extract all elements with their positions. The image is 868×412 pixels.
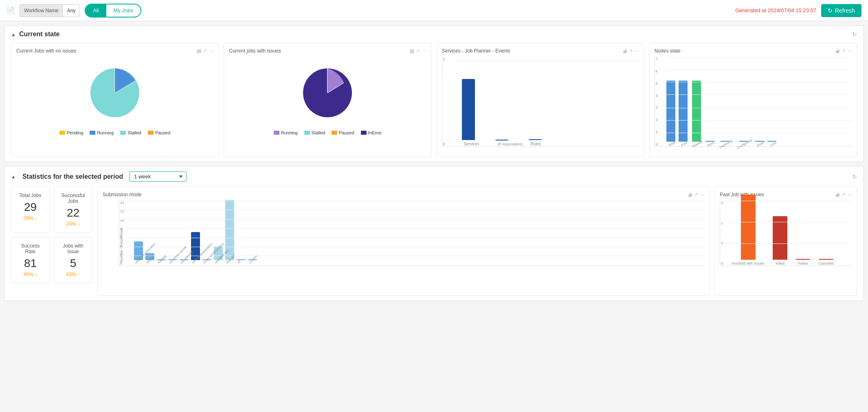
pie-icon3[interactable]: ◕ bbox=[688, 192, 692, 197]
legend-paused2: Paused bbox=[332, 130, 354, 135]
submission-y-labels: 14 12 10 8 6 4 2 0 bbox=[120, 201, 124, 265]
sub-bar-event-orchestration: event-orchestration bbox=[202, 259, 211, 265]
submission-card-title: Submission mode ◕ ↗ → bbox=[103, 192, 704, 197]
free-label: Free bbox=[680, 141, 688, 147]
nodes-bar-deploying: Deploying bbox=[718, 141, 732, 146]
with-issues-card-title: Current jobs with issues ▩ ↗ → bbox=[229, 48, 426, 54]
events-card-icons: ◕ ↗ → bbox=[623, 48, 639, 54]
events-card: Services - Job Planner - Events ◕ ↗ → 1 … bbox=[437, 43, 644, 157]
with-issues-legend: Running Stalled Paused InError bbox=[274, 130, 382, 135]
legend-running2: Running bbox=[274, 130, 298, 135]
past-jobs-y-labels: 3 2 1 0 bbox=[721, 201, 723, 265]
paused-dot2 bbox=[332, 131, 337, 135]
nodes-bar-lost: Lost bbox=[767, 141, 776, 146]
total-jobs-change: 28% ↓ bbox=[16, 215, 44, 221]
nodes-bar-needed: Needed bbox=[691, 81, 702, 146]
menu-icon6[interactable]: → bbox=[847, 192, 852, 197]
refresh-icon: ↻ bbox=[828, 7, 833, 14]
nodes-bar-configuring: Configuring bbox=[735, 141, 752, 146]
nodes-card: Nodes state ◕ ↗ → 7 6 5 4 3 2 1 bbox=[649, 43, 857, 157]
menu-icon2[interactable]: → bbox=[422, 48, 426, 54]
section-actions: ↻ bbox=[852, 31, 857, 37]
nodes-card-title: Nodes state ◕ ↗ → bbox=[655, 48, 852, 54]
success-rate-label: Success Rate bbox=[16, 243, 44, 254]
sub-bar-rest-api: rest-api bbox=[225, 200, 234, 265]
top-bar: 📄 Workflow Name Any All My Jobs Generate… bbox=[0, 0, 868, 21]
past-bar-finished: Finished with Issues bbox=[732, 195, 765, 265]
period-select[interactable]: 1 week 2 weeks 1 month 3 months bbox=[130, 171, 187, 182]
events-bar-services: Services bbox=[462, 79, 475, 146]
pie-icon4[interactable]: ◕ bbox=[835, 192, 839, 197]
no-issues-card: Current Jobs with no issues ▩ ↗ → bbox=[11, 43, 219, 157]
submission-gridlines bbox=[119, 201, 704, 265]
statistics-collapse-btn[interactable]: ▲ bbox=[11, 173, 16, 180]
past-jobs-chart: 3 2 1 0 Finished with Issues bbox=[720, 201, 852, 266]
gridline bbox=[454, 60, 639, 61]
configuring-label: Configuring bbox=[736, 138, 753, 150]
menu-icon4[interactable]: → bbox=[847, 48, 852, 54]
current-state-title: Current state bbox=[19, 31, 60, 38]
section-refresh-button[interactable]: ↻ bbox=[852, 31, 857, 37]
pie-icon2[interactable]: ◕ bbox=[835, 48, 839, 54]
jp-bar bbox=[495, 140, 508, 140]
workflow-filter-label: Workflow Name bbox=[20, 4, 63, 17]
total-jobs-value: 29 bbox=[16, 201, 44, 214]
paused-dot bbox=[148, 131, 154, 135]
stats-refresh-button[interactable]: ↻ bbox=[852, 173, 857, 180]
success-rate-change: 46% ↓ bbox=[16, 272, 44, 277]
stats-main-row: Total Jobs 29 28% ↓ Successful Jobs 22 2… bbox=[11, 186, 857, 296]
expand-icon2[interactable]: ↗ bbox=[416, 48, 420, 54]
events-card-title: Services - Job Planner - Events ◕ ↗ → bbox=[442, 48, 639, 54]
total-jobs-label: Total Jobs bbox=[16, 193, 44, 198]
expand-icon5[interactable]: ↗ bbox=[694, 192, 698, 197]
expand-icon[interactable]: ↗ bbox=[203, 48, 207, 54]
nodes-bar-total: Total bbox=[666, 81, 675, 146]
file-icon[interactable]: 📄 bbox=[7, 7, 15, 14]
bar-chart-icon[interactable]: ▩ bbox=[197, 48, 201, 54]
statistics-section: ▲ Statistics for the selected period 1 w… bbox=[4, 166, 864, 301]
inerror-dot bbox=[361, 131, 367, 135]
nodes-bar-area: 7 6 5 4 3 2 1 0 bbox=[655, 57, 852, 147]
with-issues-card-icons: ▩ ↗ → bbox=[410, 48, 426, 54]
total-jobs-card: Total Jobs 29 28% ↓ bbox=[11, 186, 50, 233]
needed-bar bbox=[692, 81, 701, 142]
bar-chart-icon2[interactable]: ▩ bbox=[410, 48, 414, 54]
no-issues-card-icons: ▩ ↗ → bbox=[197, 48, 213, 54]
successful-jobs-value: 22 bbox=[59, 206, 87, 219]
menu-icon[interactable]: → bbox=[209, 48, 213, 54]
nodes-chart: 7 6 5 4 3 2 1 0 bbox=[655, 57, 852, 147]
legend-stalled: Stalled bbox=[120, 130, 141, 135]
successful-jobs-label: Successful Jobs bbox=[59, 193, 87, 204]
past-bar-failed: Failed bbox=[795, 259, 810, 265]
events-bar-area: 1 0 Services JP Associations bbox=[442, 57, 639, 147]
expand-icon3[interactable]: ↗ bbox=[628, 48, 633, 54]
with-issues-pie-chart bbox=[295, 60, 360, 125]
sub-bar-service-automation: service-automation bbox=[191, 232, 200, 265]
no-issues-card-title: Current Jobs with no issues ▩ ↗ → bbox=[16, 48, 213, 54]
expand-icon4[interactable]: ↗ bbox=[841, 48, 845, 54]
pie-icon[interactable]: ◕ bbox=[623, 48, 627, 54]
expand-icon6[interactable]: ↗ bbox=[841, 192, 845, 197]
toggle-all-button[interactable]: All bbox=[86, 4, 106, 17]
deploying-label: Deploying bbox=[719, 139, 733, 149]
menu-icon5[interactable]: → bbox=[699, 192, 704, 197]
past-bar-canceled: Canceled bbox=[818, 259, 834, 265]
past-jobs-card: Past Job with issues ◕ ↗ → 3 2 1 0 bbox=[714, 186, 857, 296]
events-bar-jp: JP Associations bbox=[495, 140, 508, 146]
menu-icon3[interactable]: → bbox=[634, 48, 639, 54]
toggle-myjobs-button[interactable]: My Jobs bbox=[106, 4, 141, 17]
finished-bar bbox=[741, 195, 756, 260]
sub-bar-studio: studio bbox=[145, 253, 154, 265]
no-issues-pie-container: Pending Running Stalled Paused bbox=[16, 57, 213, 138]
submission-card: Submission mode ◕ ↗ → Number of workflow… bbox=[97, 186, 710, 296]
jp-label: JP Associations bbox=[497, 142, 506, 146]
no-issues-pie-chart bbox=[82, 60, 147, 125]
failed-label: Failed bbox=[798, 261, 808, 265]
all-myjobs-toggle: All My Jobs bbox=[85, 4, 141, 18]
current-state-collapse-btn[interactable]: ▲ bbox=[11, 31, 16, 37]
success-rate-value: 81 bbox=[16, 257, 44, 270]
pending-dot bbox=[59, 131, 65, 135]
busy-label: Busy bbox=[707, 141, 715, 148]
nodes-bar-free: Free bbox=[679, 81, 688, 146]
refresh-button[interactable]: ↻ Refresh bbox=[821, 4, 861, 17]
